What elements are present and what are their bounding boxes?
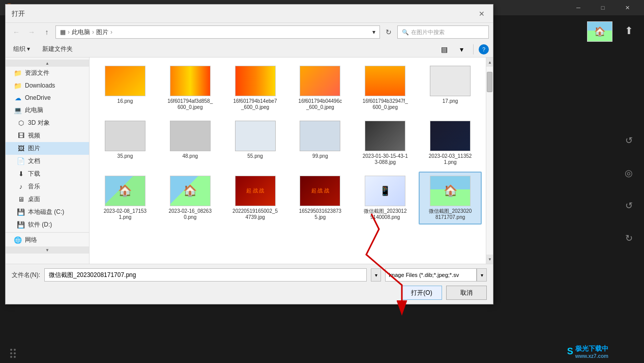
search-box[interactable]: 🔍 在图片中搜索 (397, 25, 489, 39)
right-icon-3[interactable]: ↺ (619, 196, 639, 216)
sidebar-item-music[interactable]: ♪ 音乐 (6, 180, 89, 193)
file-item-selected[interactable]: 🏠 微信截图_20230208171707.png (419, 172, 482, 225)
maximize-button[interactable]: □ (591, 0, 614, 15)
file-scrollbar: ▲ ▼ (486, 58, 493, 264)
file-item[interactable]: 16f601794b32947f_600_0.jpeg (354, 62, 417, 115)
path-separator-2: › (92, 29, 94, 36)
sidebar-item-computer[interactable]: 💻 此电脑 (6, 104, 89, 117)
file-item[interactable]: 🏠 2023-02-16_082630.png (159, 172, 222, 225)
up-button[interactable]: ↑ (40, 25, 53, 39)
back-button[interactable]: ← (10, 25, 23, 39)
path-dropdown[interactable]: ▾ (372, 29, 375, 36)
scrollbar-thumb[interactable] (487, 72, 492, 92)
file-item[interactable]: 17.png (419, 62, 482, 115)
file-item[interactable]: 16f601794b14ebe7_600_0.jpeg (224, 62, 287, 115)
file-item[interactable]: 48.png (159, 117, 222, 170)
document-icon: 📄 (17, 157, 25, 165)
cancel-button[interactable]: 取消 (446, 286, 487, 300)
scrollbar-track[interactable] (486, 67, 493, 255)
file-thumbnail (105, 121, 145, 151)
file-thumbnail (170, 121, 211, 151)
sidebar-label-disk-c: 本地磁盘 (C:) (28, 208, 64, 216)
file-thumbnail (365, 121, 405, 151)
file-item[interactable]: 16f601794af3d858_600_0.jpeg (159, 62, 222, 115)
sidebar-label-onedrive: OneDrive (25, 94, 51, 101)
organize-bar: 组织 ▾ 新建文件夹 ▤ ▾ ? (6, 41, 493, 58)
file-name: 微信截图_20230129140008.png (362, 208, 408, 220)
file-item[interactable]: 🏠 2023-02-08_171531.png (94, 172, 157, 225)
sidebar-item-onedrive[interactable]: ☁ OneDrive (6, 92, 89, 104)
forward-button[interactable]: → (25, 25, 38, 39)
file-thumbnail: 起 战 战 (235, 176, 276, 206)
file-item[interactable]: 16.png (94, 62, 157, 115)
new-folder-button[interactable]: 新建文件夹 (38, 43, 77, 55)
file-thumbnail (430, 66, 471, 96)
sidebar-item-resources[interactable]: 📁 资源文件 (6, 67, 89, 79)
file-thumbnail: 📱 (365, 176, 405, 206)
file-grid: 16.png 16f601794af3d858_600_0.jpeg 16f60… (94, 62, 482, 225)
folder-icon: 📁 (14, 81, 22, 90)
sidebar-item-video[interactable]: 🎞 视频 (6, 129, 89, 142)
bottom-dots-menu[interactable] (10, 349, 16, 358)
file-item[interactable]: 16f601794b04496c_600_0.jpeg (289, 62, 352, 115)
file-item[interactable]: 📱 微信截图_20230129140008.png (354, 172, 417, 225)
path-bar[interactable]: ▦ › 此电脑 › 图片 › ▾ (55, 25, 380, 39)
file-item[interactable]: 起 战 战 1652950316238735.jpg (289, 172, 352, 225)
scrollbar-down-button[interactable]: ▼ (486, 255, 493, 264)
file-thumbnail (430, 121, 471, 151)
sidebar-item-pictures[interactable]: 🖼 图片 (6, 142, 89, 155)
sidebar-label-downloads: Downloads (25, 82, 55, 89)
view-dropdown[interactable]: ▾ (455, 43, 468, 56)
right-icon-1[interactable]: ↺ (619, 130, 639, 151)
sidebar-scroll-up[interactable]: ▲ (6, 60, 89, 67)
sidebar-label-desktop: 桌面 (28, 195, 40, 204)
file-name: 16f601794b04496c_600_0.jpeg (297, 98, 343, 110)
open-button[interactable]: 打开(O) (401, 286, 442, 300)
file-thumbnail: 🏠 (170, 176, 211, 206)
file-item[interactable]: 35.png (94, 117, 157, 170)
file-thumbnail (235, 66, 276, 96)
action-row: 打开(O) 取消 (12, 286, 487, 300)
sidebar-item-3d[interactable]: ⬡ 3D 对象 (6, 117, 89, 129)
file-content: 16.png 16f601794af3d858_600_0.jpeg 16f60… (90, 58, 486, 264)
view-button-1[interactable]: ▤ (437, 43, 451, 56)
file-name: 16f601794b14ebe7_600_0.jpeg (232, 98, 278, 110)
sidebar-item-documents[interactable]: 📄 文档 (6, 155, 89, 167)
filename-dropdown[interactable]: ▾ (371, 268, 381, 282)
right-icon-2[interactable]: ◎ (619, 163, 639, 183)
file-name: 99.png (312, 153, 328, 159)
dialog-toolbar: ← → ↑ ▦ › 此电脑 › 图片 › ▾ ↻ 🔍 在图片中搜索 (6, 23, 493, 41)
sidebar-scroll-down[interactable]: ▼ (6, 246, 89, 254)
sidebar-item-downloads[interactable]: 📁 Downloads (6, 79, 89, 92)
refresh-button[interactable]: ↻ (382, 25, 395, 39)
file-thumbnail (300, 66, 340, 96)
video-icon: 🎞 (17, 132, 25, 140)
filetype-dropdown[interactable]: ▾ (477, 268, 487, 282)
sidebar-item-desktop[interactable]: 🖥 桌面 (6, 193, 89, 206)
scrollbar-up-button[interactable]: ▲ (486, 58, 493, 67)
file-thumbnail: 🏠 (105, 176, 145, 206)
path-part-1[interactable]: 此电脑 (72, 28, 90, 37)
file-item[interactable]: 2023-01-30-15-43-13-088.jpg (354, 117, 417, 170)
path-icon: ▦ (60, 29, 66, 36)
watermark: S 极光下载中 www.xz7.com (567, 344, 608, 359)
dialog-close-button[interactable]: ✕ (477, 9, 487, 19)
sidebar-item-downloads2[interactable]: ⬇ 下载 (6, 167, 89, 180)
preview-thumbnail: 🏠 (587, 21, 612, 42)
sidebar-item-network[interactable]: 🌐 网络 (6, 234, 89, 246)
organize-button[interactable]: 组织 ▾ (10, 43, 34, 55)
file-thumbnail: 起 战 战 (300, 176, 340, 206)
file-name: 17.png (443, 98, 458, 104)
file-item[interactable]: 55.png (224, 117, 287, 170)
sidebar-item-disk-c[interactable]: 💾 本地磁盘 (C:) (6, 206, 89, 218)
minimize-button[interactable]: ─ (567, 0, 590, 15)
filename-input[interactable] (44, 268, 367, 282)
sidebar-item-disk-d[interactable]: 💾 软件 (D:) (6, 218, 89, 231)
app-close-button[interactable]: ✕ (616, 0, 639, 15)
path-part-2[interactable]: 图片 (96, 28, 108, 37)
file-item[interactable]: 2023-02-03_113521.png (419, 117, 482, 170)
help-button[interactable]: ? (479, 44, 489, 54)
file-item[interactable]: 起 战 战 20220519165002_54739.jpg (224, 172, 287, 225)
file-item[interactable]: 99.png (289, 117, 352, 170)
right-icon-4[interactable]: ↻ (619, 228, 639, 248)
